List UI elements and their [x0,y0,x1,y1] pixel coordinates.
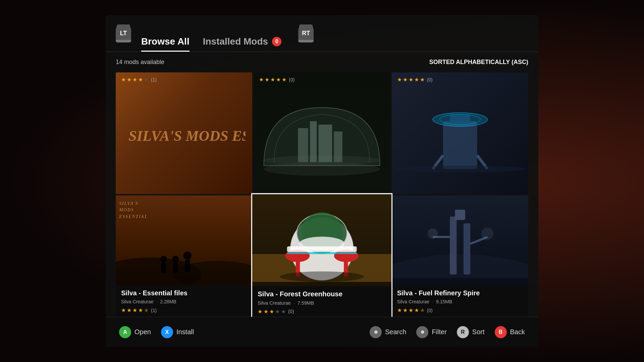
svg-point-39 [428,228,438,239]
svg-point-18 [172,256,179,262]
mod-rating-greenhouse-top: ★ ★ ★ ★ ★ (0) [259,76,294,83]
svg-rect-36 [455,209,465,220]
mod-stars-greenhouse: ★ ★ ★ ★ ★ (0) [258,308,386,314]
open-label: Open [135,328,151,336]
mod-title-refinery: Silva - Fuel Refinery Spire [397,289,523,297]
mod-meta-greenhouse: Silva Creaturae · 7.59MB [258,300,386,305]
tab-browse-all[interactable]: Browse All [141,36,190,52]
svg-rect-35 [464,223,470,275]
search-button[interactable]: ⊕ Search [370,326,406,338]
svg-rect-2 [298,128,309,162]
svg-rect-34 [450,216,457,274]
mod-image-refinery-top: ★ ★ ★ ★ ★ (0) [392,72,528,194]
install-label: Install [176,328,194,336]
svg-rect-17 [161,262,166,273]
mod-rating-refinery-top: ★ ★ ★ ★ ★ (0) [397,76,433,83]
svg-point-8 [433,113,487,126]
mod-card-greenhouse-focused[interactable]: Silva - Forest Greenhouse Silva Creatura… [252,194,391,317]
back-button[interactable]: B Back [495,326,525,338]
mod-stars-refinery: ★ ★ ★ ★ ★ (0) [397,307,523,313]
mod-image-greenhouse-top: ★ ★ ★ ★ ★ (0) [254,72,390,194]
mod-card-refinery-bottom[interactable]: Silva - Fuel Refinery Spire Silva Creatu… [392,195,528,317]
mod-image-essential: ★ ★ ★ ★ ★ (1) [116,72,252,194]
svg-rect-6 [443,121,477,169]
tab-installed-mods[interactable]: Installed Mods 0 [203,36,281,52]
install-button[interactable]: X Install [161,326,194,338]
nav-tabs: Browse All Installed Mods 0 [141,15,281,52]
installed-mods-badge: 0 [272,37,281,46]
svg-rect-19 [173,262,178,273]
mod-title-essential: Silva - Essential files [121,289,247,297]
svg-point-40 [481,227,493,240]
mods-grid: ★ ★ ★ ★ ★ (1) [106,72,538,317]
mods-count: 14 mods available [116,59,164,66]
main-window: LT Browse All Installed Mods 0 RT 14 mod… [106,15,538,347]
mod-info-refinery: Silva - Fuel Refinery Spire Silva Creatu… [392,285,528,317]
svg-rect-5 [334,131,342,162]
sort-label: SORTED ALPHABETICALLY (ASC) [429,59,528,66]
search-label: Search [385,328,406,336]
x-button-icon: X [161,326,173,338]
lb-button-filter-icon: ⊕ [416,326,428,338]
svg-point-20 [183,251,192,259]
header: LT Browse All Installed Mods 0 RT [106,15,538,52]
svg-point-13 [395,166,525,172]
svg-rect-30 [287,252,357,254]
mod-card-refinery-top: ★ ★ ★ ★ ★ (0) [392,72,528,194]
svg-rect-21 [185,260,190,272]
mod-title-greenhouse: Silva - Forest Greenhouse [258,290,386,298]
mod-info-essential: Silva - Essential files Silva Creaturae … [116,285,252,317]
svg-rect-29 [287,246,357,252]
svg-rect-4 [319,125,332,162]
sort-label: Sort [472,328,485,336]
mod-meta-essential: Silva Creaturae · 2.28MB [121,299,247,304]
sort-button[interactable]: R Sort [457,326,485,338]
filter-label: Filter [432,328,446,336]
back-label: Back [510,328,525,336]
rt-button[interactable]: RT [298,24,314,43]
bottom-actions-right: ⊕ Search ⊕ Filter R Sort B Back [370,326,525,338]
mod-greenhouse-artwork [252,194,391,286]
filter-button[interactable]: ⊕ Filter [416,326,446,338]
mod-meta-refinery: Silva Creaturae · 9.15MB [397,299,523,304]
mod-card-essential-bottom[interactable]: SILVA'SMODSESSENTIAL [116,195,252,317]
mod-stars-essential: ★ ★ ★ ★ ★ (1) [121,307,247,313]
svg-point-16 [160,256,167,262]
mod-card-essential-top: ★ ★ ★ ★ ★ (1) [116,72,252,194]
svg-rect-3 [310,121,317,162]
mod-info-greenhouse: Silva - Forest Greenhouse Silva Creatura… [252,286,391,317]
mod-card-greenhouse-top: ★ ★ ★ ★ ★ (0) [254,72,390,194]
bottom-bar: A Open X Install ⊕ Search ⊕ Filter R Sor… [106,317,538,347]
bottom-actions-left: A Open X Install [119,326,194,338]
r-button-icon: R [457,326,469,338]
mod-refinery-artwork [392,195,528,286]
sort-bar: 14 mods available SORTED ALPHABETICALLY … [106,52,538,72]
open-button[interactable]: A Open [119,326,151,338]
b-button-icon: B [495,326,507,338]
lt-button[interactable]: LT [116,24,131,43]
a-button-icon: A [119,326,131,338]
lb-button-search-icon: ⊕ [370,326,382,338]
mod-rating-essential: ★ ★ ★ ★ ★ (1) [121,76,157,83]
mod-essential-artwork: SILVA'SMODSESSENTIAL [116,195,252,286]
